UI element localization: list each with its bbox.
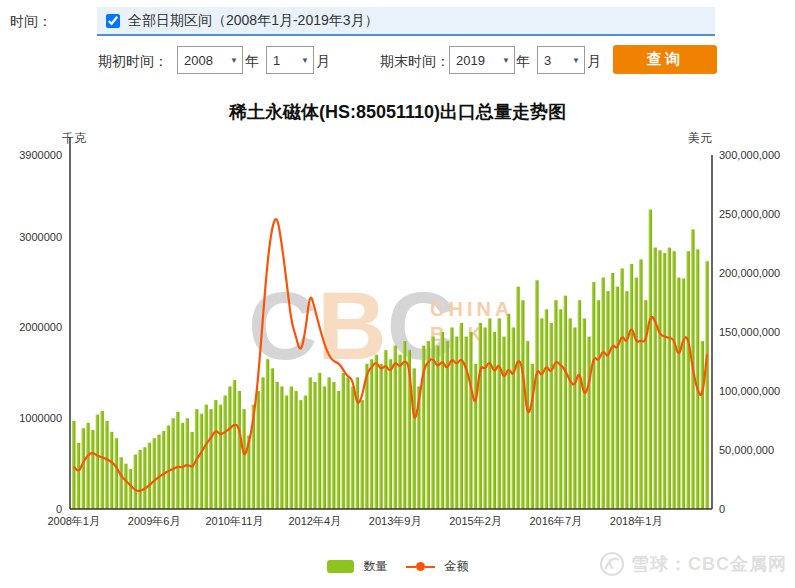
quantity-bar xyxy=(200,414,204,509)
quantity-bar xyxy=(667,248,671,509)
svg-text:150,000,000: 150,000,000 xyxy=(719,326,780,338)
quantity-bar xyxy=(672,251,676,509)
quantity-bar xyxy=(582,318,586,509)
quantity-bar xyxy=(270,368,274,509)
quantity-bar xyxy=(559,309,563,509)
all-date-range-checkbox[interactable] xyxy=(106,14,120,28)
quantity-bar xyxy=(304,396,308,509)
chart-plot-area[interactable]: 千克美元01000000200000030000003900000050,000… xyxy=(19,131,780,527)
trend-chart-canvas[interactable]: 千克美元01000000200000030000003900000050,000… xyxy=(0,130,795,550)
quantity-bar xyxy=(615,287,619,509)
quantity-bar xyxy=(96,415,100,509)
quantity-bars[interactable] xyxy=(72,209,709,509)
quantity-bar xyxy=(521,300,525,509)
legend-line-icon xyxy=(425,566,435,568)
quantity-bar xyxy=(587,337,591,509)
quantity-bar xyxy=(677,278,681,509)
quantity-bar xyxy=(436,346,440,509)
quantity-bar xyxy=(242,409,246,509)
quantity-bar xyxy=(337,391,341,509)
quantity-bar xyxy=(318,373,322,509)
end-year-select[interactable]: 2019 ▼ xyxy=(449,46,515,74)
quantity-bar xyxy=(176,412,180,509)
quantity-bar xyxy=(478,323,482,509)
quantity-bar xyxy=(620,268,624,509)
legend-dot-icon xyxy=(416,562,425,571)
quantity-bar xyxy=(185,418,189,509)
quantity-bar xyxy=(219,405,223,509)
svg-text:2013年9月: 2013年9月 xyxy=(369,515,422,527)
svg-text:200,000,000: 200,000,000 xyxy=(719,267,780,279)
quantity-bar xyxy=(143,447,147,509)
end-month-unit: 月 xyxy=(587,53,601,71)
quantity-bar xyxy=(611,273,615,509)
legend-line-icon xyxy=(406,566,416,568)
quantity-bar xyxy=(493,332,497,509)
amount-legend-label: 金额 xyxy=(445,558,469,575)
quantity-bar xyxy=(653,248,657,509)
svg-text:3900000: 3900000 xyxy=(19,149,62,161)
svg-text:100,000,000: 100,000,000 xyxy=(719,385,780,397)
quantity-bar xyxy=(228,386,232,509)
quantity-bar xyxy=(606,291,610,509)
quantity-bar xyxy=(601,278,605,509)
quantity-bar xyxy=(214,400,218,509)
quantity-bar xyxy=(469,332,473,509)
quantity-bar xyxy=(545,309,549,509)
quantity-bar xyxy=(289,386,293,509)
quantity-bar xyxy=(148,443,152,509)
quantity-bar xyxy=(573,327,577,509)
quantity-bar xyxy=(512,327,516,509)
quantity-bar xyxy=(426,341,430,509)
query-button[interactable]: 查询 xyxy=(613,45,717,74)
quantity-bar xyxy=(152,438,156,509)
snowball-logo-icon xyxy=(599,551,625,577)
quantity-bar xyxy=(72,421,76,509)
quantity-bar xyxy=(119,457,123,509)
quantity-bar xyxy=(115,438,119,509)
end-year-value: 2019 xyxy=(456,53,485,68)
quantity-bar xyxy=(502,337,506,509)
quantity-bar xyxy=(86,423,90,509)
end-month-value: 3 xyxy=(544,53,551,68)
quantity-bar xyxy=(639,259,643,509)
svg-text:2015年2月: 2015年2月 xyxy=(449,515,502,527)
quantity-bar xyxy=(294,391,298,509)
quantity-bar xyxy=(625,291,629,509)
quantity-bar xyxy=(365,364,369,509)
start-year-select[interactable]: 2008 ▼ xyxy=(177,46,243,74)
quantity-bar xyxy=(167,425,171,509)
svg-text:2009年6月: 2009年6月 xyxy=(128,515,181,527)
quantity-bar xyxy=(488,318,492,509)
start-month-select[interactable]: 1 ▼ xyxy=(266,46,314,74)
start-year-unit: 年 xyxy=(245,53,259,71)
quantity-bar xyxy=(129,469,133,509)
chevron-down-icon: ▼ xyxy=(230,56,238,65)
quantity-bar xyxy=(374,355,378,509)
end-year-unit: 年 xyxy=(516,53,530,71)
quantity-bar xyxy=(696,249,700,509)
svg-text:千克: 千克 xyxy=(62,131,87,145)
quantity-bar xyxy=(441,332,445,509)
quantity-bar xyxy=(327,377,331,509)
quantity-bar xyxy=(568,318,572,509)
quantity-bar xyxy=(554,300,558,509)
quantity-bar xyxy=(460,323,464,509)
quantity-bar xyxy=(526,341,530,509)
quantity-bar xyxy=(658,250,662,509)
svg-text:1000000: 1000000 xyxy=(19,412,62,424)
quantity-bar xyxy=(124,464,128,509)
start-time-label: 期初时间： xyxy=(98,53,168,71)
quantity-bar xyxy=(275,382,279,509)
svg-text:0: 0 xyxy=(719,503,725,515)
quantity-bar xyxy=(682,278,686,509)
quantity-bar xyxy=(507,314,511,509)
chevron-down-icon: ▼ xyxy=(572,56,580,65)
quantity-bar xyxy=(77,443,81,509)
end-month-select[interactable]: 3 ▼ xyxy=(537,46,585,74)
quantity-bar xyxy=(384,350,388,509)
quantity-bar xyxy=(223,396,227,509)
quantity-bar xyxy=(578,300,582,509)
quantity-bar xyxy=(341,373,345,509)
svg-text:3000000: 3000000 xyxy=(19,231,62,243)
